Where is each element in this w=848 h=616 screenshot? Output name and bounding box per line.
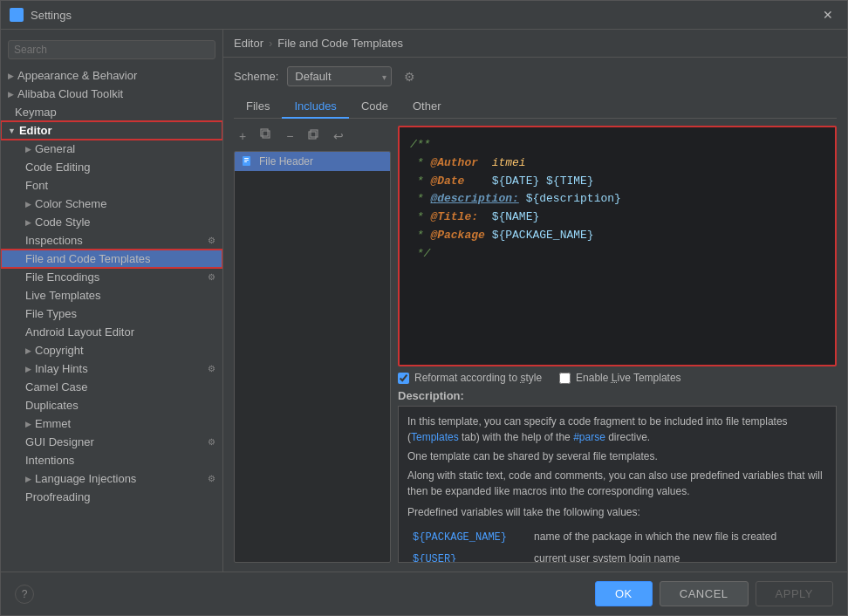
sidebar-item-file-encodings[interactable]: File Encodings ⚙ [1, 268, 222, 286]
scheme-dropdown-wrap: Default Project [287, 66, 392, 86]
parse-link: #parse [573, 431, 605, 443]
action-buttons: OK CANCEL APPLY [595, 581, 833, 606]
reformat-checkbox-label[interactable]: Reformat according to style [398, 372, 542, 384]
svg-rect-4 [263, 131, 270, 138]
remove-template-button[interactable]: − [281, 126, 298, 146]
copy-template-button[interactable] [255, 126, 277, 146]
tabs-bar: Files Includes Code Other [234, 95, 837, 119]
svg-rect-6 [309, 132, 316, 139]
tab-includes[interactable]: Includes [282, 95, 348, 119]
scheme-row: Scheme: Default Project ⚙ [234, 66, 837, 86]
close-button[interactable]: ✕ [817, 6, 838, 24]
sidebar-item-language-injections[interactable]: ▶ Language Injections ⚙ [1, 469, 222, 488]
sidebar-item-intentions[interactable]: Intentions [1, 451, 222, 469]
sidebar-item-gui-designer[interactable]: GUI Designer ⚙ [1, 433, 222, 451]
sidebar-item-emmet[interactable]: ▶ Emmet [1, 414, 222, 433]
settings-icon: ⚙ [208, 437, 215, 447]
sidebar-item-label: Keymap [15, 106, 57, 119]
sidebar-item-file-code-templates[interactable]: File and Code Templates [1, 250, 222, 268]
sidebar-item-label: Color Scheme [35, 197, 106, 210]
table-row: ${USER} current user system login name [409, 549, 825, 563]
expand-icon: ▶ [25, 218, 31, 227]
duplicate-template-button[interactable] [302, 126, 325, 146]
sidebar-item-label: Font [25, 179, 48, 192]
templates-area: + − [234, 126, 837, 563]
var-name: ${USER} [413, 553, 456, 563]
description-text3: Along with static text, code and comment… [407, 468, 827, 499]
sidebar-item-label: Inspections [25, 234, 83, 247]
scheme-settings-button[interactable]: ⚙ [400, 68, 419, 86]
search-bar [1, 37, 222, 63]
sidebar-item-file-types[interactable]: File Types [1, 305, 222, 323]
sidebar-item-live-templates[interactable]: Live Templates [1, 286, 222, 305]
template-item-file-header[interactable]: File Header [235, 152, 390, 171]
sidebar-item-camel-case[interactable]: Camel Case [1, 378, 222, 396]
sidebar-item-font[interactable]: Font [1, 176, 222, 195]
expand-icon: ▶ [25, 346, 31, 355]
sidebar-item-label: Camel Case [25, 380, 88, 394]
sidebar-item-label: Alibaba Cloud Toolkit [17, 87, 123, 100]
settings-icon: ⚙ [208, 236, 215, 245]
sidebar-item-keymap[interactable]: Keymap [1, 103, 222, 121]
reformat-label: Reformat according to style [414, 372, 542, 384]
sidebar-item-label: Code Editing [25, 161, 90, 174]
sidebar-item-duplicates[interactable]: Duplicates [1, 396, 222, 414]
search-input[interactable] [8, 40, 215, 59]
tab-code[interactable]: Code [349, 95, 400, 119]
sidebar-item-code-style[interactable]: ▶ Code Style [1, 213, 222, 231]
settings-icon: ⚙ [208, 364, 215, 373]
file-header-icon [242, 155, 254, 168]
scheme-label: Scheme: [234, 70, 278, 83]
sidebar-item-android-layout-editor[interactable]: Android Layout Editor [1, 323, 222, 341]
reset-template-button[interactable]: ↩ [328, 126, 349, 146]
sidebar-item-label: Editor [19, 124, 52, 137]
sidebar-item-label: Language Injections [35, 472, 136, 485]
sidebar-item-copyright[interactable]: ▶ Copyright [1, 341, 222, 359]
ok-button[interactable]: OK [595, 581, 653, 606]
main-content: ▶ Appearance & Behavior ▶ Alibaba Cloud … [1, 30, 847, 572]
expand-icon: ▶ [8, 90, 14, 99]
templates-link: Templates [411, 431, 459, 443]
sidebar-item-code-editing[interactable]: Code Editing [1, 158, 222, 176]
sidebar-item-label: File Encodings [25, 270, 99, 284]
description-text4: Predefined variables will take the follo… [407, 504, 827, 520]
sidebar-item-appearance[interactable]: ▶ Appearance & Behavior [1, 66, 222, 85]
settings-icon: ⚙ [208, 272, 215, 282]
cancel-button[interactable]: CANCEL [660, 581, 749, 606]
var-desc: current user system login name [530, 549, 825, 563]
app-icon [10, 8, 24, 22]
sidebar-item-editor[interactable]: ▼ Editor [1, 121, 222, 140]
svg-rect-2 [12, 16, 16, 19]
apply-button[interactable]: APPLY [756, 581, 833, 606]
expand-icon: ▶ [25, 420, 31, 428]
help-button[interactable]: ? [15, 585, 34, 604]
svg-rect-1 [17, 10, 21, 14]
sidebar-item-label: File and Code Templates [25, 252, 151, 265]
settings-window: Settings ✕ ▶ Appearance & Behavior ▶ Ali… [0, 0, 848, 616]
reformat-checkbox[interactable] [398, 373, 409, 384]
tab-other[interactable]: Other [400, 95, 454, 119]
expand-icon: ▶ [25, 365, 31, 373]
tab-files[interactable]: Files [234, 95, 282, 119]
sidebar-item-label: Inlay Hints [35, 362, 88, 375]
svg-rect-3 [17, 16, 21, 19]
sidebar-item-inlay-hints[interactable]: ▶ Inlay Hints ⚙ [1, 359, 222, 378]
sidebar-item-label: Emmet [35, 417, 71, 430]
add-template-button[interactable]: + [234, 126, 251, 146]
sidebar-item-label: Code Style [35, 216, 91, 229]
sidebar-item-inspections[interactable]: Inspections ⚙ [1, 231, 222, 250]
var-desc: name of the package in which the new fil… [530, 527, 825, 547]
sidebar-item-general[interactable]: ▶ General [1, 140, 222, 158]
scheme-dropdown[interactable]: Default Project [287, 66, 392, 86]
sidebar-item-label: Appearance & Behavior [17, 69, 137, 82]
svg-rect-11 [244, 161, 247, 162]
code-editor[interactable]: /** * @Author itmei * @Date ${DATE} ${TI… [398, 126, 837, 366]
sidebar-item-color-scheme[interactable]: ▶ Color Scheme [1, 195, 222, 213]
live-templates-checkbox[interactable] [559, 373, 571, 384]
expand-icon: ▶ [25, 200, 31, 209]
live-templates-checkbox-label[interactable]: Enable Live Templates [559, 372, 681, 384]
title-bar-left: Settings [10, 8, 72, 22]
sidebar-item-proofreading[interactable]: Proofreading [1, 488, 222, 506]
sidebar-item-alibaba[interactable]: ▶ Alibaba Cloud Toolkit [1, 85, 222, 103]
breadcrumb-separator: › [269, 37, 272, 50]
